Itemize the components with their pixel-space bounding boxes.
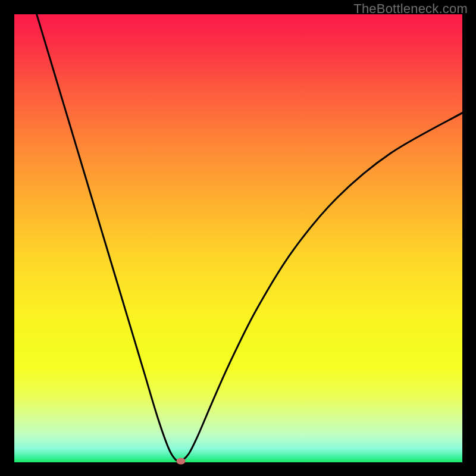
minimum-marker <box>177 458 186 465</box>
chart-frame: TheBottleneck.com <box>0 0 476 476</box>
plot-area <box>14 14 462 462</box>
bottleneck-curve-path <box>37 14 462 461</box>
curve-svg <box>14 14 462 462</box>
